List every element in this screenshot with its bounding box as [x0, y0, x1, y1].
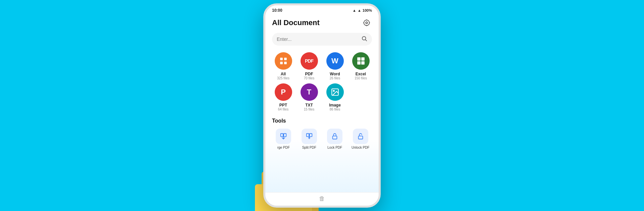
- svg-point-1: [364, 20, 370, 26]
- svg-point-6: [362, 37, 366, 40]
- header: All Document: [272, 14, 372, 33]
- svg-line-7: [365, 40, 367, 41]
- file-count-excel: 150 files: [355, 76, 367, 80]
- file-icon-txt: T: [301, 83, 318, 101]
- file-count-all: 325 files: [277, 76, 289, 80]
- file-item-pdf[interactable]: PDF PDF 70 files: [298, 52, 320, 80]
- file-icon-pdf: PDF: [301, 52, 318, 70]
- svg-rect-19: [284, 134, 286, 137]
- phone-screen: 10:00 ▲ ▲ 100% All Document: [265, 5, 379, 206]
- svg-rect-13: [361, 57, 365, 61]
- svg-rect-22: [310, 134, 312, 137]
- file-item-txt[interactable]: T TXT 15 files: [298, 83, 320, 111]
- pin-icon[interactable]: [361, 17, 372, 28]
- search-input[interactable]: [277, 37, 361, 42]
- tool-icon-split-pdf: [302, 129, 317, 144]
- main-content: All Document: [265, 14, 379, 192]
- file-icon-image: [326, 83, 344, 101]
- file-type-grid: All 325 files PDF PDF 70 files W Word 26…: [272, 52, 372, 111]
- tool-icon-lock-pdf: [327, 129, 342, 144]
- file-name-pdf: PDF: [305, 72, 313, 76]
- svg-rect-12: [357, 57, 361, 61]
- file-name-ppt: PPT: [279, 103, 287, 108]
- svg-rect-14: [357, 61, 361, 65]
- tool-label-lock-pdf: Lock PDF: [327, 146, 342, 149]
- wifi-icon: ▲: [353, 8, 356, 12]
- svg-rect-11: [284, 62, 287, 64]
- bottom-nav: 🗑: [265, 192, 379, 206]
- battery-indicator: 100%: [363, 8, 372, 12]
- search-icon[interactable]: [361, 36, 367, 43]
- file-item-excel[interactable]: Excel 150 files: [350, 52, 372, 80]
- file-count-pdf: 70 files: [304, 76, 315, 80]
- svg-rect-15: [361, 61, 365, 65]
- svg-point-0: [366, 22, 368, 24]
- svg-rect-10: [280, 62, 283, 64]
- tool-item-lock-pdf[interactable]: Lock PDF: [323, 129, 346, 149]
- svg-rect-23: [333, 136, 337, 139]
- phone-frame: 10:00 ▲ ▲ 100% All Document: [263, 3, 381, 208]
- tool-label-merge-pdf: rge PDF: [277, 146, 290, 149]
- status-time: 10:00: [272, 8, 282, 13]
- signal-icon: ▲: [358, 8, 361, 12]
- svg-rect-8: [280, 58, 283, 60]
- file-name-all: All: [281, 72, 286, 76]
- svg-rect-18: [281, 134, 283, 137]
- file-name-image: Image: [329, 103, 341, 108]
- file-item-ppt[interactable]: P PPT 64 files: [272, 83, 294, 111]
- file-icon-all: [275, 52, 292, 70]
- svg-rect-21: [307, 134, 309, 137]
- svg-rect-24: [358, 136, 363, 139]
- tool-item-merge-pdf[interactable]: rge PDF: [272, 129, 295, 149]
- tool-icon-merge-pdf: [276, 129, 291, 144]
- file-icon-ppt: P: [275, 83, 292, 101]
- search-bar[interactable]: [272, 33, 372, 46]
- tool-label-unlock-pdf: Unlock PDF: [352, 146, 369, 149]
- file-count-txt: 15 files: [304, 108, 315, 111]
- svg-point-17: [333, 90, 334, 91]
- file-item-image[interactable]: Image 86 files: [324, 83, 346, 111]
- tools-section: Tools rge PDF Split PDF Lock PDF Unlock …: [272, 118, 372, 149]
- file-name-excel: Excel: [356, 72, 366, 76]
- trash-icon: 🗑: [319, 195, 325, 202]
- tool-item-unlock-pdf[interactable]: Unlock PDF: [349, 129, 372, 149]
- tool-label-split-pdf: Split PDF: [302, 146, 316, 149]
- status-bar: 10:00 ▲ ▲ 100%: [265, 5, 379, 14]
- tools-grid: rge PDF Split PDF Lock PDF Unlock PDF: [272, 129, 372, 149]
- tool-item-split-pdf[interactable]: Split PDF: [298, 129, 321, 149]
- file-item-word[interactable]: W Word 26 files: [324, 52, 346, 80]
- file-count-word: 26 files: [330, 76, 340, 80]
- status-icons: ▲ ▲ 100%: [353, 8, 372, 12]
- tool-icon-unlock-pdf: [353, 129, 368, 144]
- file-count-image: 86 files: [330, 108, 340, 111]
- tools-title: Tools: [272, 118, 372, 124]
- file-name-word: Word: [330, 72, 340, 76]
- svg-rect-9: [284, 58, 287, 60]
- nav-delete[interactable]: 🗑: [319, 195, 325, 203]
- file-icon-word: W: [326, 52, 344, 70]
- file-name-txt: TXT: [305, 103, 313, 108]
- file-icon-excel: [352, 52, 370, 70]
- page-title: All Document: [272, 18, 320, 27]
- file-count-ppt: 64 files: [278, 108, 289, 111]
- file-item-all[interactable]: All 325 files: [272, 52, 294, 80]
